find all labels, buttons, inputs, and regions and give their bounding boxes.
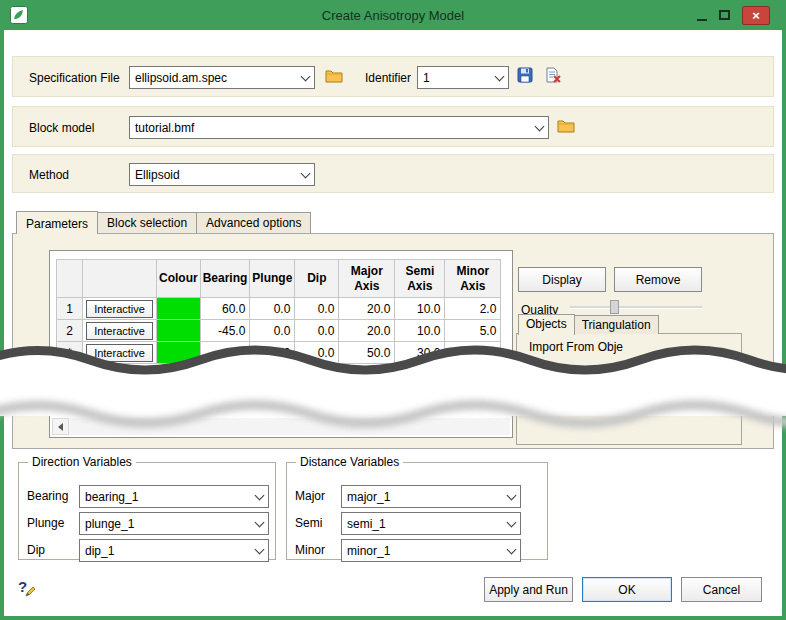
- semi-label: Semi: [295, 516, 322, 530]
- interactive-button[interactable]: Interactive: [86, 344, 153, 362]
- maximize-button[interactable]: [716, 8, 732, 22]
- dip-cell[interactable]: 0.0: [295, 320, 339, 342]
- bearing-cell[interactable]: 60.0: [200, 298, 250, 320]
- major-variable-select[interactable]: major_1: [341, 485, 521, 508]
- specification-file-label: Specification File: [29, 71, 120, 85]
- dip-variable-value: dip_1: [80, 544, 251, 558]
- objects-triangulation-tabs: Objects Triangulation: [518, 314, 658, 334]
- major-axis-cell[interactable]: 20.0: [339, 298, 395, 320]
- browse-spec-button[interactable]: [325, 68, 343, 86]
- scroll-left-button[interactable]: [52, 418, 69, 435]
- tab-objects[interactable]: Objects: [518, 314, 575, 335]
- import-from-objects-group: Import From Obje Majo: [516, 333, 742, 445]
- bearing-variable-select[interactable]: bearing_1: [79, 485, 269, 508]
- left-arrow-icon: [54, 423, 63, 431]
- specification-file-select[interactable]: ellipsoid.am.spec: [129, 66, 315, 89]
- colour-swatch[interactable]: [157, 320, 201, 342]
- browse-block-model-button[interactable]: [557, 118, 575, 136]
- chevron-down-icon: [503, 513, 520, 534]
- direction-variables-title: Direction Variables: [28, 455, 136, 469]
- minor-label: Minor: [295, 543, 325, 557]
- plunge-cell[interactable]: 0.0: [250, 342, 295, 364]
- pencil-icon: [25, 586, 36, 597]
- apply-and-run-button[interactable]: Apply and Run: [484, 577, 573, 602]
- chevron-down-icon: [297, 164, 314, 185]
- dip-variable-select[interactable]: dip_1: [79, 539, 269, 562]
- semi-axis-cell[interactable]: 10.0: [395, 320, 445, 342]
- tab-triangulation[interactable]: Triangulation: [574, 315, 659, 334]
- bearing-header: Bearing: [200, 260, 250, 298]
- folder-icon: [557, 118, 575, 133]
- slider-track: [570, 306, 702, 309]
- cancel-button[interactable]: Cancel: [681, 577, 762, 602]
- quality-slider[interactable]: [570, 299, 702, 315]
- interactive-button[interactable]: Interactive: [86, 322, 153, 340]
- semi-variable-select[interactable]: semi_1: [341, 512, 521, 535]
- tab-advanced-options[interactable]: Advanced options: [196, 212, 311, 233]
- minor-variable-select[interactable]: minor_1: [341, 539, 521, 562]
- horizontal-scrollbar[interactable]: [52, 418, 510, 435]
- chevron-down-icon: [531, 117, 548, 138]
- display-button[interactable]: Display: [518, 267, 606, 292]
- minor-axis-cell[interactable]: 5.0: [445, 320, 501, 342]
- method-select[interactable]: Ellipsoid: [129, 163, 315, 186]
- parameters-tab-panel: Colour Bearing Plunge Dip Major Axis Sem…: [12, 233, 774, 449]
- minor-axis-cell[interactable]: 2.0: [445, 298, 501, 320]
- save-spec-button[interactable]: [517, 67, 533, 86]
- specification-file-value: ellipsoid.am.spec: [130, 71, 297, 85]
- row-header[interactable]: *: [57, 342, 83, 364]
- plunge-cell[interactable]: 0.0: [250, 298, 295, 320]
- create-anisotropy-model-dialog: Create Anisotropy Model × Specification …: [0, 0, 786, 620]
- help-button[interactable]: ?: [16, 578, 38, 598]
- chevron-down-icon: [503, 540, 520, 561]
- semi-axis-cell[interactable]: 30.0: [395, 342, 445, 364]
- block-model-select[interactable]: tutorial.bmf: [129, 116, 549, 139]
- chevron-down-icon: [251, 513, 268, 534]
- action-header: [83, 260, 157, 298]
- row-header[interactable]: 1: [57, 298, 83, 320]
- identifier-label: Identifier: [365, 71, 411, 85]
- direction-variables-group: Direction Variables Bearing bearing_1 Pl…: [18, 462, 276, 560]
- table-row: * Interactive 0.0 0.0 0.0 50.0 30.0 15.0: [57, 342, 501, 364]
- semi-axis-cell[interactable]: 10.0: [395, 298, 445, 320]
- colour-swatch[interactable]: [157, 342, 201, 364]
- interactive-button[interactable]: Interactive: [86, 300, 153, 318]
- folder-icon: [325, 68, 343, 83]
- minor-axis-cell[interactable]: 15.0: [445, 342, 501, 364]
- bearing-variable-value: bearing_1: [80, 490, 251, 504]
- plunge-cell[interactable]: 0.0: [250, 320, 295, 342]
- save-icon: [517, 67, 533, 83]
- tab-parameters[interactable]: Parameters: [16, 211, 98, 234]
- major-axis-header: Major Axis: [339, 260, 395, 298]
- chevron-down-icon: [251, 486, 268, 507]
- minimize-button[interactable]: [694, 8, 710, 22]
- plunge-variable-select[interactable]: plunge_1: [79, 512, 269, 535]
- slider-thumb[interactable]: [610, 300, 619, 314]
- identifier-value: 1: [418, 71, 491, 85]
- tab-block-selection[interactable]: Block selection: [97, 212, 197, 233]
- import-partial-label: Majo: [529, 359, 555, 373]
- delete-spec-icon: [545, 67, 562, 83]
- row-header[interactable]: 2: [57, 320, 83, 342]
- major-axis-cell[interactable]: 50.0: [339, 342, 395, 364]
- block-model-value: tutorial.bmf: [130, 121, 531, 135]
- plunge-label: Plunge: [27, 516, 64, 530]
- remove-button[interactable]: Remove: [614, 267, 702, 292]
- identifier-select[interactable]: 1: [417, 66, 509, 89]
- major-axis-cell[interactable]: 20.0: [339, 320, 395, 342]
- major-label: Major: [295, 489, 325, 503]
- ok-button[interactable]: OK: [582, 577, 672, 602]
- plunge-variable-value: plunge_1: [80, 517, 251, 531]
- bearing-cell[interactable]: -45.0: [200, 320, 250, 342]
- dip-cell[interactable]: 0.0: [295, 298, 339, 320]
- colour-swatch[interactable]: [157, 298, 201, 320]
- table-row: 1 Interactive 60.0 0.0 0.0 20.0 10.0 2.0: [57, 298, 501, 320]
- colour-header: Colour: [157, 260, 201, 298]
- major-variable-value: major_1: [342, 490, 503, 504]
- close-button[interactable]: ×: [742, 6, 770, 25]
- dip-cell[interactable]: 0.0: [295, 342, 339, 364]
- distance-variables-title: Distance Variables: [296, 455, 403, 469]
- bearing-cell[interactable]: 0.0: [200, 342, 250, 364]
- delete-spec-button[interactable]: [545, 67, 562, 86]
- method-value: Ellipsoid: [130, 168, 297, 182]
